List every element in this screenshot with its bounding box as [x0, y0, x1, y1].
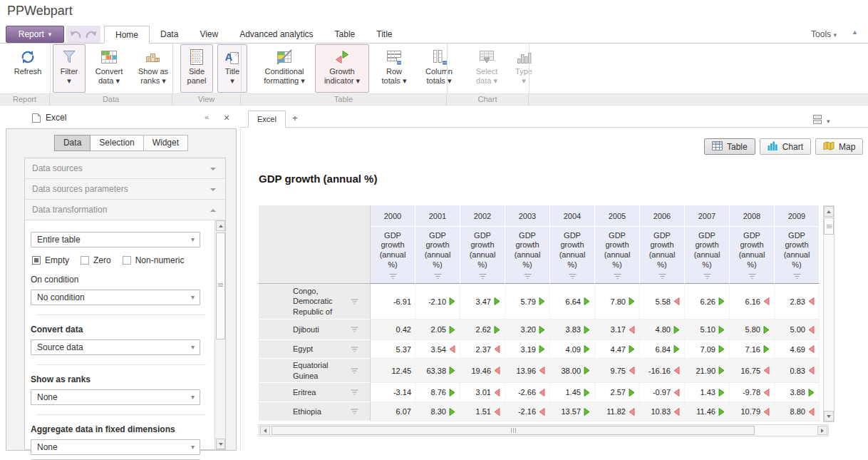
value-cell[interactable]: 6.26 [685, 284, 730, 320]
value-cell[interactable]: 13.96 [505, 359, 550, 383]
row-header-cell[interactable]: Ethiopia [259, 402, 371, 421]
value-cell[interactable]: 1.43 [685, 383, 730, 402]
scroll-thumb[interactable] [216, 232, 225, 339]
convert-data-select[interactable]: Source data [31, 339, 200, 355]
title-button[interactable]: A Title▾ [217, 44, 247, 93]
year-header-cell[interactable]: 2007 [685, 205, 730, 227]
value-cell[interactable]: 4.69 [775, 340, 820, 359]
value-cell[interactable]: 4.09 [550, 340, 595, 359]
value-cell[interactable]: 7.09 [685, 340, 730, 359]
value-cell[interactable]: 8.76 [415, 383, 460, 402]
value-cell[interactable]: -2.16 [505, 402, 550, 421]
filter-icon[interactable] [792, 273, 802, 280]
scroll-down-button[interactable] [216, 439, 225, 449]
value-cell[interactable]: 3.20 [505, 320, 550, 340]
row-header-cell[interactable]: Djibouti [259, 320, 371, 340]
filter-icon[interactable] [613, 273, 622, 280]
year-header-cell[interactable]: 2004 [550, 205, 595, 227]
filter-icon[interactable] [523, 273, 532, 280]
value-cell[interactable]: 19.46 [460, 359, 505, 383]
value-cell[interactable]: 6.64 [550, 284, 595, 320]
tab-advanced-analytics[interactable]: Advanced analytics [229, 26, 324, 44]
value-cell[interactable]: 38.00 [550, 359, 595, 383]
value-cell[interactable]: 13.57 [550, 402, 595, 421]
value-cell[interactable]: 3.19 [505, 340, 550, 359]
scroll-up-button[interactable] [824, 206, 834, 217]
value-cell[interactable]: 11.82 [595, 402, 640, 421]
worksheet-tab-excel[interactable]: Excel [248, 111, 286, 128]
year-header-cell[interactable]: 2009 [775, 205, 820, 227]
value-cell[interactable]: 2.83 [775, 284, 820, 320]
scroll-right-button[interactable] [817, 426, 827, 435]
measure-header-cell[interactable]: GDP growth (annual %) [460, 227, 505, 284]
scroll-thumb[interactable] [824, 218, 834, 235]
measure-header-cell[interactable]: GDP growth (annual %) [775, 227, 820, 284]
value-cell[interactable]: 3.01 [460, 383, 505, 402]
row-header-cell[interactable]: Equatorial Guinea [259, 359, 371, 383]
row-header-cell[interactable]: Eritrea [259, 383, 371, 402]
value-cell[interactable]: 9.75 [595, 359, 640, 383]
value-cell[interactable]: -2.66 [505, 383, 550, 402]
side-panel-button[interactable]: Sidepanel [180, 44, 213, 93]
value-cell[interactable]: 7.80 [595, 284, 640, 320]
value-cell[interactable]: 5.80 [730, 320, 775, 340]
value-cell[interactable]: -6.91 [371, 284, 415, 320]
filter-icon[interactable] [703, 273, 712, 280]
scroll-down-button[interactable] [824, 411, 834, 421]
filter-icon[interactable] [350, 389, 359, 396]
filter-icon[interactable] [433, 273, 443, 280]
condition-select[interactable]: No condition [31, 290, 200, 305]
filter-icon[interactable] [478, 273, 487, 280]
column-totals-button[interactable]: Columntotals ▾ [418, 44, 460, 93]
filter-button[interactable]: Filter▾ [53, 44, 86, 93]
value-cell[interactable]: 5.58 [640, 284, 685, 320]
measure-header-cell[interactable]: GDP growth (annual %) [730, 227, 775, 284]
value-cell[interactable]: 10.79 [730, 402, 775, 421]
sidebar-tab-widget[interactable]: Widget [144, 135, 188, 151]
year-header-cell[interactable]: 2000 [371, 205, 415, 227]
value-cell[interactable]: 3.47 [460, 284, 505, 320]
value-cell[interactable]: 63.38 [415, 359, 460, 383]
redo-icon[interactable] [85, 29, 98, 40]
filter-icon[interactable] [350, 367, 359, 374]
refresh-button[interactable]: Refresh [7, 44, 48, 93]
value-cell[interactable]: 2.62 [460, 320, 505, 340]
value-cell[interactable]: -16.16 [640, 359, 685, 383]
row-totals-button[interactable]: Rowtotals ▾ [376, 44, 413, 93]
report-menu-button[interactable]: Report▾ [6, 26, 64, 43]
growth-indicator-button[interactable]: Growthindicator ▾ [315, 44, 369, 93]
tab-home[interactable]: Home [104, 26, 150, 44]
aggregate-select[interactable]: None [31, 439, 200, 455]
value-cell[interactable]: 2.57 [595, 383, 640, 402]
filter-icon[interactable] [350, 298, 359, 305]
conditional-formatting-button[interactable]: Conditionalformatting ▾ [257, 44, 312, 93]
value-cell[interactable]: 3.17 [595, 320, 640, 340]
filter-icon[interactable] [350, 327, 359, 333]
measure-header-cell[interactable]: GDP growth (annual %) [415, 227, 460, 284]
scroll-up-button[interactable] [216, 220, 225, 231]
zero-checkbox[interactable]: Zero [81, 255, 111, 265]
measure-header-cell[interactable]: GDP growth (annual %) [550, 227, 595, 284]
value-cell[interactable]: -9.78 [730, 383, 775, 402]
year-header-cell[interactable]: 2001 [415, 205, 460, 227]
value-cell[interactable]: 1.51 [460, 402, 505, 421]
convert-data-button[interactable]: Convertdata ▾ [90, 44, 128, 93]
value-cell[interactable]: 4.80 [640, 320, 685, 340]
value-cell[interactable]: 16.75 [730, 359, 775, 383]
value-cell[interactable]: 5.00 [775, 320, 820, 340]
section-data-transformation[interactable]: Data transformation [25, 200, 225, 220]
section-data-sources[interactable]: Data sources [25, 158, 225, 179]
undo-icon[interactable] [69, 29, 82, 40]
tab-data[interactable]: Data [150, 26, 189, 44]
tab-table[interactable]: Table [324, 26, 366, 44]
value-cell[interactable]: -2.10 [415, 284, 460, 320]
value-cell[interactable]: 8.80 [775, 402, 820, 421]
value-cell[interactable]: 11.46 [685, 402, 730, 421]
sidebar-close-button[interactable]: × [224, 112, 229, 123]
value-cell[interactable]: 6.84 [640, 340, 685, 359]
value-cell[interactable]: 2.37 [460, 340, 505, 359]
tab-title[interactable]: Title [366, 26, 403, 44]
scope-select[interactable]: Entire table [31, 232, 200, 247]
year-header-cell[interactable]: 2008 [730, 205, 775, 227]
measure-header-cell[interactable]: GDP growth (annual %) [505, 227, 550, 284]
